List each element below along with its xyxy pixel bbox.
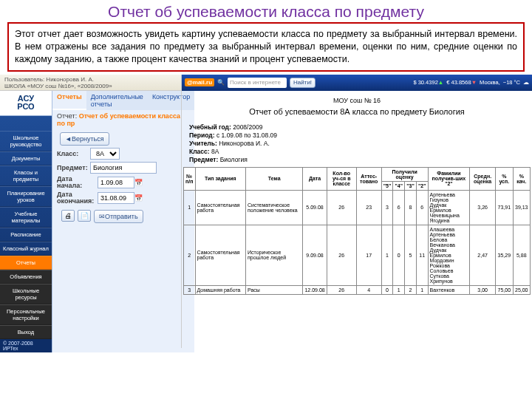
weather-icon: ☁ xyxy=(523,79,529,86)
col-g4: "4" xyxy=(393,181,405,190)
date-start-label: Дата начала: xyxy=(57,176,98,189)
report-title: Отчет об успеваемости 8А класса по предм… xyxy=(189,107,525,116)
app-screenshot: Пользователь: Никонорова И. А. ШКОЛА «МО… xyxy=(0,75,532,348)
col-kach: % кач. xyxy=(513,167,530,190)
date-start-input[interactable] xyxy=(98,177,134,188)
sidebar-item-settings[interactable]: Персональные настройки xyxy=(0,304,52,325)
date-end-label: Дата окончания: xyxy=(57,191,98,205)
sidebar-item-exit[interactable]: Выход xyxy=(0,325,52,339)
col-g2: "2" xyxy=(416,181,428,190)
app-header: Пользователь: Никонорова И. А. ШКОЛА «МО… xyxy=(0,75,181,91)
print-icon[interactable]: 🖨 xyxy=(61,210,75,222)
weather-temp: −18 °C xyxy=(503,79,520,86)
copyright: © 2007-2008 ИРТех xyxy=(0,339,52,352)
sidebar-item-planning[interactable]: Планирование уроков xyxy=(0,186,52,207)
col-g5: "5" xyxy=(381,181,393,190)
eur-rate: € 43.8568▼ xyxy=(446,79,477,86)
sidebar: Школьное руководство Документы Классы и … xyxy=(0,116,52,339)
sidebar-item-classes[interactable]: Классы и предметы xyxy=(0,166,52,186)
find-button[interactable]: Найти! xyxy=(290,78,316,88)
col-usp: % усп. xyxy=(496,167,514,190)
table-row: 1Самостоятельная работаСистематическое п… xyxy=(184,190,531,225)
app-logo: АСУРСО xyxy=(0,91,52,116)
sidebar-item-announcements[interactable]: Объявления xyxy=(0,270,52,284)
date-end-input[interactable] xyxy=(98,192,134,204)
school-line: ШКОЛА «МОУ сош №16», «2008/2009» xyxy=(4,83,177,89)
tab-additional[interactable]: Дополнительные отчеты xyxy=(86,91,148,110)
weather-city: Москва, xyxy=(480,79,500,86)
report-name-line: Отчет: Отчет об успеваемости класса по п… xyxy=(52,110,194,129)
table-row: 3Домашняя работаРасы12.09.082640121Вахте… xyxy=(184,285,531,294)
col-g3: "3" xyxy=(405,181,417,190)
mailru-logo[interactable]: @mail.ru xyxy=(185,78,214,86)
report-meta: Учебный год: 2008/2009 Период: с 1.09.08… xyxy=(182,123,532,167)
sidebar-item-resources[interactable]: Школьные ресурсы xyxy=(0,284,52,304)
col-date: Дата xyxy=(303,167,327,190)
col-names2: Фамилии получив-ших "2" xyxy=(428,167,470,190)
col-count: Кол-во уч-ся в классе xyxy=(327,167,356,190)
col-type: Тип задания xyxy=(195,167,246,190)
col-avg: Средн. оценка xyxy=(470,167,496,190)
tabs: Отчеты Дополнительные отчеты Конструктор xyxy=(52,91,194,110)
tab-reports[interactable]: Отчеты xyxy=(52,91,86,110)
class-select[interactable]: 8А xyxy=(90,148,120,160)
table-row: 2Самостоятельная работаИсторическое прош… xyxy=(184,225,531,285)
sidebar-item-reports[interactable]: Отчеты xyxy=(0,256,52,270)
report-school: МОУ сош № 16 xyxy=(189,97,525,104)
subject-label: Предмет: xyxy=(57,164,90,171)
slide-title: Отчет об успеваемости класса по предмету xyxy=(0,0,532,22)
class-label: Класс: xyxy=(57,150,90,157)
mailru-search[interactable]: Поиск в интернете xyxy=(228,78,287,88)
report-table: № п/п Тип задания Тема Дата Кол-во уч-ся… xyxy=(183,167,531,295)
export-icon[interactable]: 📄 xyxy=(78,210,91,222)
subject-input[interactable] xyxy=(90,162,157,174)
col-attest: Аттес-товано xyxy=(356,167,381,190)
sidebar-item-documents[interactable]: Документы xyxy=(0,151,52,166)
calendar-icon[interactable]: 📅 xyxy=(134,179,143,186)
sidebar-item-materials[interactable]: Учебные материалы xyxy=(0,207,52,228)
back-button[interactable]: ◄ Вернуться xyxy=(60,132,109,146)
col-topic: Тема xyxy=(246,167,303,190)
user-line: Пользователь: Никонорова И. А. xyxy=(4,76,177,83)
search-icon: 🔍 xyxy=(217,79,225,86)
sidebar-item-schedule[interactable]: Расписание xyxy=(0,228,52,242)
sidebar-item-leadership[interactable]: Школьное руководство xyxy=(0,131,52,151)
calendar-icon[interactable]: 📅 xyxy=(134,194,143,202)
sidebar-item-journal[interactable]: Классный журнал xyxy=(0,242,52,256)
col-num: № п/п xyxy=(184,167,196,190)
mailru-toolbar: @mail.ru 🔍 Поиск в интернете Найти! $ 30… xyxy=(182,75,532,91)
usd-rate: $ 30.4392▲ xyxy=(413,79,443,86)
slide-description: Этот отчет дает возможность увидеть карт… xyxy=(7,22,525,72)
col-grades: Получили оценку xyxy=(381,167,428,181)
send-button[interactable]: ✉ Отправить xyxy=(94,210,143,223)
